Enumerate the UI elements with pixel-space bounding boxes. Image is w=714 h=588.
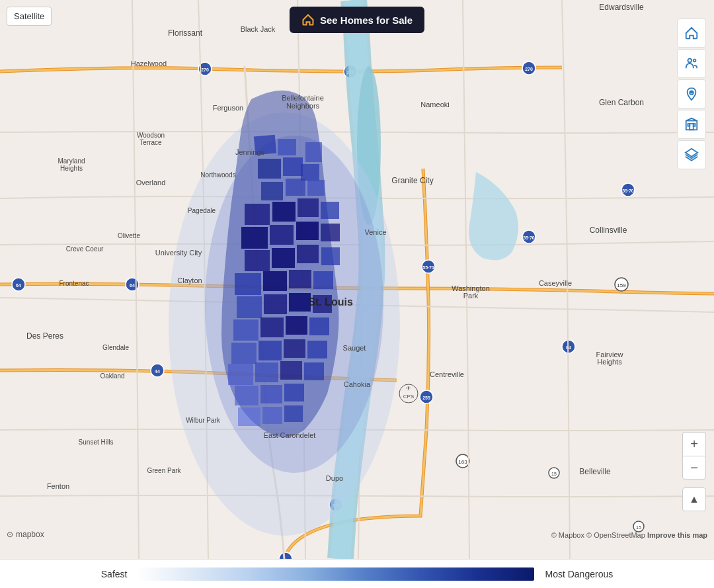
svg-point-132 (688, 59, 692, 63)
svg-text:270: 270 (201, 67, 209, 72)
compass-button[interactable]: ▲ (682, 487, 706, 511)
homes-for-sale-button[interactable]: See Homes for Sale (290, 7, 424, 33)
mapbox-logo-icon: ⊙ (7, 530, 13, 539)
svg-text:Fenton: Fenton (47, 482, 69, 490)
svg-text:Neighbors: Neighbors (286, 102, 320, 110)
svg-rect-46 (261, 182, 283, 200)
svg-text:Cahokia: Cahokia (344, 380, 371, 388)
svg-rect-81 (235, 386, 258, 405)
svg-rect-75 (284, 339, 305, 358)
legend-dangerous-label: Most Dangerous (545, 569, 613, 579)
svg-text:55·70: 55·70 (422, 265, 434, 270)
svg-text:Oakland: Oakland (100, 372, 124, 380)
svg-rect-73 (231, 343, 257, 364)
svg-rect-56 (321, 224, 340, 241)
svg-rect-67 (289, 293, 311, 312)
svg-text:Nameoki: Nameoki (420, 101, 449, 108)
svg-text:University City: University City (155, 249, 202, 257)
svg-rect-66 (264, 294, 287, 314)
layers-control-button[interactable] (677, 140, 706, 169)
svg-rect-63 (289, 270, 311, 288)
home-control-button[interactable] (677, 19, 706, 48)
svg-text:Woodson: Woodson (137, 132, 165, 139)
svg-rect-71 (286, 316, 307, 335)
svg-point-135 (691, 91, 693, 93)
svg-text:Dupo: Dupo (326, 474, 343, 482)
svg-text:Granite City: Granite City (391, 176, 433, 185)
svg-text:Hazelwood: Hazelwood (131, 60, 167, 67)
svg-text:Sauget: Sauget (343, 344, 366, 352)
svg-rect-84 (238, 407, 260, 426)
satellite-button[interactable]: Satellite (7, 7, 52, 26)
svg-text:64: 64 (130, 283, 135, 288)
legend-safest-label: Safest (101, 569, 128, 579)
legend-bar: Safest Most Dangerous (0, 559, 714, 588)
svg-text:Overland: Overland (136, 179, 166, 187)
svg-text:Collinsville: Collinsville (590, 226, 627, 235)
homes-for-sale-label: See Homes for Sale (320, 15, 413, 26)
svg-text:Centreville: Centreville (430, 370, 464, 378)
svg-rect-52 (321, 202, 339, 219)
svg-rect-50 (272, 202, 296, 222)
compass-icon: ▲ (689, 493, 699, 505)
svg-rect-79 (280, 361, 302, 380)
svg-text:Terrace: Terrace (139, 139, 162, 146)
svg-rect-74 (258, 341, 282, 360)
svg-rect-59 (297, 245, 319, 263)
svg-text:Northwoods: Northwoods (200, 171, 235, 179)
svg-text:Florissant: Florissant (168, 28, 203, 38)
svg-rect-41 (278, 139, 296, 155)
map-attribution: © Mapbox © OpenStreetMap Improve this ma… (551, 531, 707, 539)
svg-text:44: 44 (155, 369, 160, 374)
svg-point-133 (694, 60, 696, 62)
zoom-controls: + − (682, 432, 706, 480)
svg-rect-48 (307, 180, 325, 196)
svg-rect-57 (245, 250, 270, 271)
svg-text:Frontenac: Frontenac (59, 280, 89, 287)
svg-rect-77 (228, 364, 253, 385)
house-icon (301, 13, 315, 26)
svg-rect-55 (296, 222, 319, 240)
svg-rect-54 (270, 225, 294, 245)
location-control-button[interactable] (677, 79, 706, 108)
svg-text:Wilbur Park: Wilbur Park (186, 417, 221, 424)
svg-rect-83 (284, 384, 304, 401)
svg-text:55·70: 55·70 (523, 235, 535, 240)
svg-text:Caseyville: Caseyville (539, 279, 572, 287)
svg-rect-69 (233, 319, 258, 341)
svg-text:Green Park: Green Park (147, 467, 181, 474)
svg-rect-43 (283, 157, 303, 176)
svg-text:Belleville: Belleville (579, 467, 611, 476)
svg-text:✈: ✈ (406, 385, 411, 392)
svg-text:Heights: Heights (597, 358, 622, 366)
map-controls-panel (677, 19, 706, 169)
svg-text:Black Jack: Black Jack (241, 25, 276, 33)
svg-text:Maryland: Maryland (58, 157, 85, 165)
improve-map-link[interactable]: Improve this map (647, 531, 707, 539)
svg-rect-139 (694, 124, 695, 126)
svg-text:St. Louis: St. Louis (308, 296, 353, 308)
svg-text:Edwardsville: Edwardsville (599, 3, 644, 12)
svg-text:163: 163 (458, 459, 467, 465)
zoom-out-button[interactable]: − (682, 456, 706, 480)
svg-text:64: 64 (16, 283, 21, 288)
svg-text:Olivette: Olivette (118, 232, 140, 239)
svg-rect-42 (258, 159, 281, 179)
svg-rect-61 (235, 273, 261, 295)
svg-text:55·70: 55·70 (622, 189, 634, 193)
svg-text:Bellefontaine: Bellefontaine (282, 94, 324, 102)
svg-rect-78 (255, 362, 278, 382)
building-control-button[interactable] (677, 110, 706, 139)
people-control-button[interactable] (677, 49, 706, 78)
legend-gradient (138, 567, 534, 581)
svg-text:15: 15 (551, 472, 557, 476)
zoom-in-button[interactable]: + (682, 432, 706, 456)
svg-text:CPS: CPS (403, 394, 414, 399)
svg-text:Des Peres: Des Peres (26, 331, 63, 341)
svg-rect-80 (304, 362, 324, 380)
svg-rect-51 (298, 198, 319, 217)
svg-text:Jennings: Jennings (235, 148, 265, 156)
svg-rect-85 (262, 407, 282, 424)
svg-text:Park: Park (463, 292, 479, 300)
svg-rect-49 (245, 204, 270, 225)
